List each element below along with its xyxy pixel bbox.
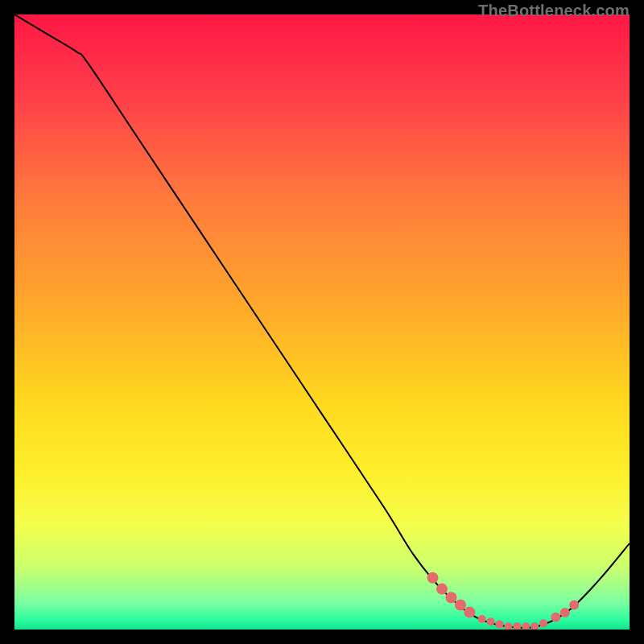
- chart-background: [14, 14, 630, 630]
- data-point: [569, 600, 579, 609]
- data-point: [560, 608, 570, 617]
- bottleneck-chart: [14, 14, 630, 630]
- data-point: [455, 599, 466, 610]
- data-point: [539, 619, 547, 627]
- data-point: [427, 572, 439, 584]
- data-point: [478, 615, 486, 623]
- data-point: [495, 621, 503, 629]
- data-point: [464, 607, 475, 618]
- data-point: [445, 592, 456, 603]
- watermark-text: TheBottleneck.com: [478, 2, 630, 20]
- data-point: [551, 613, 560, 622]
- data-point: [487, 617, 495, 625]
- chart-stage: TheBottleneck.com: [0, 0, 644, 644]
- data-point: [436, 584, 448, 595]
